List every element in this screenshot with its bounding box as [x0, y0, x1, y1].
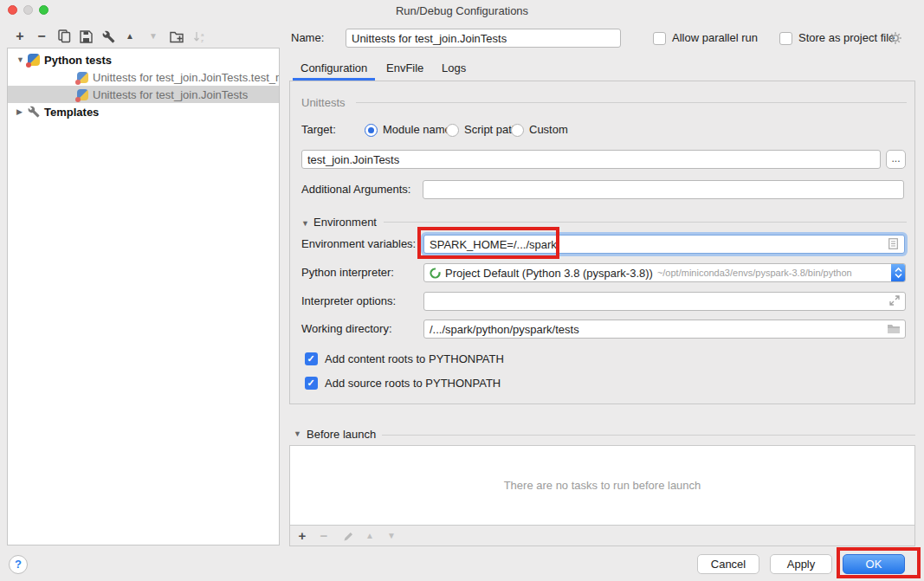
add-source-roots-label: Add source roots to PYTHONPATH [325, 374, 501, 393]
titlebar: Run/Debug Configurations [0, 0, 924, 23]
conda-environment-icon [430, 268, 441, 279]
python-interpreter-value: Project Default (Python 3.8 (pyspark-3.8… [445, 267, 653, 280]
move-down-icon[interactable]: ▼ [145, 29, 161, 44]
target-script-path-label: Script path [464, 120, 518, 139]
add-source-roots-checkbox[interactable] [305, 377, 318, 390]
before-launch-panel: There are no tasks to run before launch … [289, 445, 915, 546]
edit-templates-wrench-icon[interactable] [100, 29, 116, 44]
environment-variables-field[interactable] [423, 235, 905, 254]
tab-logs[interactable]: Logs [442, 61, 466, 74]
new-folder-icon[interactable] [169, 29, 184, 44]
collapse-triangle-icon[interactable]: ▼ [294, 429, 301, 438]
remove-configuration-icon[interactable]: − [34, 29, 49, 44]
additional-arguments-label: Additional Arguments: [301, 180, 410, 199]
python-interpreter-combobox[interactable]: Project Default (Python 3.8 (pyspark-3.8… [423, 263, 906, 282]
allow-parallel-run-checkbox[interactable] [653, 32, 666, 45]
move-task-up-icon[interactable]: ▲ [362, 528, 378, 544]
store-as-project-file-checkbox[interactable] [779, 32, 792, 45]
section-divider [384, 222, 907, 223]
expand-editor-icon[interactable] [889, 295, 900, 306]
interpreter-options-label: Interpreter options: [301, 292, 396, 311]
tree-item-label: Python tests [44, 54, 112, 67]
remove-task-icon[interactable]: − [316, 528, 332, 544]
configuration-tab-panel: Unittests Target: Module name Script pat… [289, 81, 915, 404]
tab-configuration[interactable]: Configuration [300, 61, 367, 74]
name-input[interactable] [346, 29, 621, 48]
tree-item-config-test-narrow[interactable]: ▼ Unittests for test_join.JoinTests.test… [8, 68, 279, 86]
move-task-down-icon[interactable]: ▼ [384, 528, 399, 544]
working-directory-label: Working directory: [301, 320, 392, 339]
tab-envfile[interactable]: EnvFile [386, 61, 423, 74]
window-title: Run/Debug Configurations [0, 4, 924, 17]
browse-target-button[interactable]: ... [886, 150, 906, 169]
environment-section-label: Environment [313, 216, 377, 229]
svg-text:a: a [201, 32, 204, 37]
svg-text:z: z [201, 38, 204, 43]
python-interpreter-path: ~/opt/miniconda3/envs/pyspark-3.8/bin/py… [657, 268, 852, 278]
section-divider [356, 102, 907, 103]
python-tests-icon [28, 54, 40, 66]
tree-item-label: Templates [44, 106, 99, 119]
collapsed-triangle-icon[interactable]: ▶ [16, 107, 25, 116]
add-content-roots-checkbox[interactable] [305, 352, 318, 365]
python-tests-icon [77, 89, 88, 100]
edit-task-pencil-icon[interactable] [340, 528, 356, 544]
tree-item-label: Unittests for test_join.JoinTests.test_n… [93, 71, 279, 84]
before-launch-task-list[interactable]: There are no tasks to run before launch [290, 446, 914, 526]
add-content-roots-label: Add content roots to PYTHONPATH [325, 350, 504, 369]
browse-environment-variables-icon[interactable] [888, 238, 898, 249]
additional-arguments-input[interactable] [423, 180, 904, 199]
configurations-tree: ▼ Python tests ▼ Unittests for test_join… [7, 48, 280, 545]
unittests-group-label: Unittests [301, 96, 346, 109]
copy-configuration-icon[interactable] [56, 29, 72, 44]
python-tests-icon [77, 72, 88, 83]
environment-variables-label: Environment variables: [301, 235, 416, 254]
target-script-path-radio[interactable] [446, 124, 459, 137]
sort-alphabetically-icon[interactable]: az [192, 29, 208, 44]
tree-item-label: Unittests for test_join.JoinTests [93, 88, 248, 101]
empty-tasks-message: There are no tasks to run before launch [504, 479, 701, 492]
ok-button[interactable]: OK [843, 554, 905, 574]
before-launch-section-label: Before launch [307, 425, 376, 444]
move-up-icon[interactable]: ▲ [122, 29, 138, 44]
gear-icon[interactable] [888, 31, 902, 45]
expanded-triangle-icon[interactable]: ▼ [16, 55, 25, 64]
help-button[interactable]: ? [9, 555, 28, 574]
working-directory-input[interactable] [423, 320, 906, 339]
store-as-project-file-label: Store as project file [798, 29, 895, 48]
add-task-icon[interactable]: + [294, 528, 310, 544]
target-label: Target: [301, 120, 336, 139]
interpreter-options-input[interactable] [423, 292, 906, 311]
target-custom-radio[interactable] [511, 124, 524, 137]
allow-parallel-run-label: Allow parallel run [672, 29, 758, 48]
name-label: Name: [291, 29, 324, 48]
combobox-stepper-icon[interactable] [891, 263, 906, 282]
cancel-button[interactable]: Cancel [697, 554, 759, 574]
browse-folder-icon[interactable] [887, 324, 901, 334]
target-module-name-label: Module name [383, 120, 451, 139]
wrench-icon [28, 106, 40, 118]
section-divider [382, 435, 915, 436]
save-configuration-icon[interactable] [78, 29, 94, 44]
before-launch-toolbar: + − ▲ ▼ [290, 526, 914, 545]
python-interpreter-label: Python interpreter: [301, 263, 394, 282]
target-value-input[interactable] [301, 150, 881, 169]
add-configuration-icon[interactable]: + [12, 29, 28, 44]
tree-item-python-tests[interactable]: ▼ Python tests [8, 51, 279, 68]
apply-button[interactable]: Apply [770, 554, 832, 574]
target-module-name-radio[interactable] [365, 124, 378, 137]
tree-item-templates[interactable]: ▶ Templates [8, 103, 279, 120]
collapse-triangle-icon[interactable]: ▼ [301, 219, 309, 228]
tree-item-config-jointests[interactable]: ▼ Unittests for test_join.JoinTests [8, 86, 279, 103]
target-custom-label: Custom [529, 120, 568, 139]
